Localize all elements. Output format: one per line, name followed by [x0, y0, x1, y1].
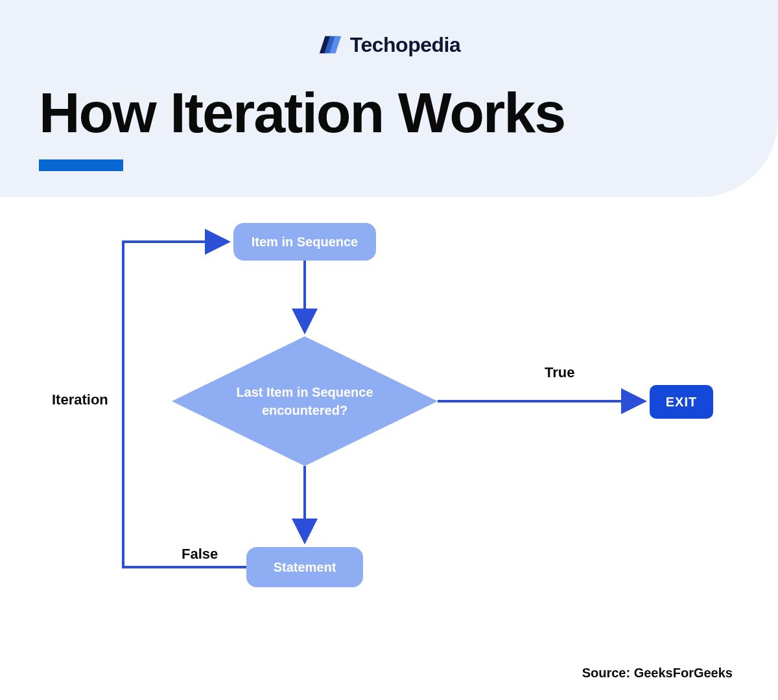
node-label: Statement [274, 560, 336, 575]
node-label: Item in Sequence [252, 235, 359, 250]
node-label: EXIT [666, 395, 697, 410]
title-underline [39, 159, 123, 171]
brand-name: Techopedia [350, 33, 460, 57]
page-title: How Iteration Works [39, 83, 739, 143]
source-attribution: Source: GeeksForGeeks [582, 666, 733, 681]
brand-logo: Techopedia [39, 32, 739, 57]
edge-label-true: True [545, 364, 574, 381]
node-decision: Last Item in Sequence encountered? [172, 336, 438, 466]
node-statement: Statement [246, 547, 363, 587]
techopedia-logo-icon [318, 32, 342, 57]
flowchart-diagram: Item in Sequence Last Item in Sequence e… [0, 197, 778, 625]
edge-label-iteration: Iteration [52, 391, 108, 408]
node-item-in-sequence: Item in Sequence [233, 223, 376, 261]
node-exit: EXIT [650, 385, 713, 419]
edge-label-false: False [182, 546, 218, 563]
header: Techopedia How Iteration Works [0, 0, 778, 197]
node-label: Last Item in Sequence encountered? [172, 383, 438, 419]
